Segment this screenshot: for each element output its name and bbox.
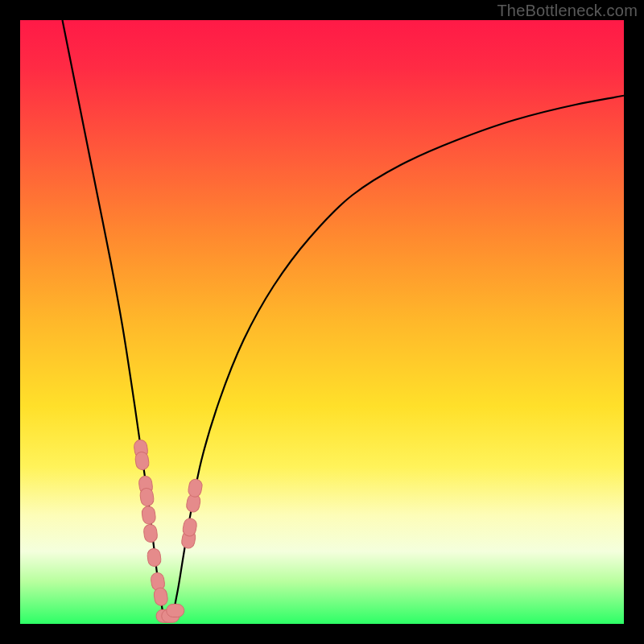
data-marker bbox=[188, 478, 204, 498]
data-marker bbox=[153, 587, 168, 606]
watermark-text: TheBottleneck.com bbox=[497, 2, 638, 20]
data-marker bbox=[143, 524, 159, 543]
plot-area bbox=[20, 20, 624, 624]
data-markers bbox=[134, 439, 204, 622]
data-marker bbox=[141, 506, 156, 525]
data-marker bbox=[147, 548, 162, 568]
chart-svg bbox=[20, 20, 624, 624]
chart-frame: TheBottleneck.com bbox=[0, 0, 644, 644]
data-marker bbox=[167, 605, 184, 617]
